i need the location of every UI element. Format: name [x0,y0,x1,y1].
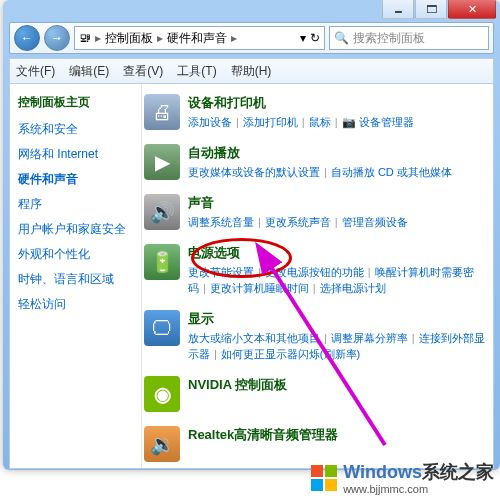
category-nvidia: ◉NVIDIA 控制面板 [144,376,485,412]
link-separator: | [324,332,327,344]
printer-icon: 🖨 [144,94,180,130]
category-title[interactable]: 显示 [188,310,485,328]
breadcrumb-sep: ▸ [157,31,163,45]
category-title[interactable]: 声音 [188,194,485,212]
task-link[interactable]: 📷 设备管理器 [342,116,414,128]
category-power: 🔋电源选项更改节能设置|更改电源按钮的功能|唤醒计算机时需要密码|更改计算机睡眠… [144,244,485,296]
category-body: 电源选项更改节能设置|更改电源按钮的功能|唤醒计算机时需要密码|更改计算机睡眠时… [188,244,485,296]
category-sound: 🔊声音调整系统音量|更改系统声音|管理音频设备 [144,194,485,230]
link-separator: | [335,116,338,128]
category-body: 显示放大或缩小文本和其他项目|调整屏幕分辨率|连接到外部显示器|如何更正显示器闪… [188,310,485,362]
breadcrumb-sep: ▸ [231,31,237,45]
category-links: 更改媒体或设备的默认设置|自动播放 CD 或其他媒体 [188,164,485,180]
task-link[interactable]: 更改节能设置 [188,266,254,278]
address-bar[interactable]: 🖳 ▸ 控制面板 ▸ 硬件和声音 ▸ ▾ ↻ [74,26,325,50]
breadcrumb-hardware-sound[interactable]: 硬件和声音 [167,30,227,47]
link-separator: | [412,332,415,344]
content-area: 控制面板主页 系统和安全网络和 Internet硬件和声音程序用户帐户和家庭安全… [9,84,494,469]
category-body: 设备和打印机添加设备|添加打印机|鼠标|📷 设备管理器 [188,94,485,130]
link-separator: | [214,348,217,360]
nvidia-icon: ◉ [144,376,180,412]
category-title[interactable]: NVIDIA 控制面板 [188,376,485,394]
search-box[interactable]: 🔍 搜索控制面板 [329,26,489,50]
link-separator: | [258,216,261,228]
watermark: Windows系统之家 www.bjjmmc.com [311,460,494,495]
task-link[interactable]: 添加打印机 [243,116,298,128]
sidebar: 控制面板主页 系统和安全网络和 Internet硬件和声音程序用户帐户和家庭安全… [10,84,142,468]
task-link[interactable]: 鼠标 [309,116,331,128]
address-dropdown-icon[interactable]: ▾ [300,31,306,45]
category-links: 更改节能设置|更改电源按钮的功能|唤醒计算机时需要密码|更改计算机睡眠时间|选择… [188,264,485,296]
task-link[interactable]: 添加设备 [188,116,232,128]
task-link[interactable]: 管理音频设备 [342,216,408,228]
realtek-icon: 🔉 [144,426,180,462]
link-separator: | [302,116,305,128]
category-display: 🖵显示放大或缩小文本和其他项目|调整屏幕分辨率|连接到外部显示器|如何更正显示器… [144,310,485,362]
titlebar: 🗕 🗖 ✕ [3,0,500,22]
breadcrumb-sep: ▸ [95,31,101,45]
computer-icon: 🖳 [79,31,91,45]
sidebar-item[interactable]: 程序 [18,196,133,213]
sidebar-item[interactable]: 网络和 Internet [18,146,133,163]
main-panel: 🖨设备和打印机添加设备|添加打印机|鼠标|📷 设备管理器▶自动播放更改媒体或设备… [142,84,493,468]
task-link[interactable]: 调整系统音量 [188,216,254,228]
close-button[interactable]: ✕ [448,0,496,19]
sidebar-item[interactable]: 系统和安全 [18,121,133,138]
menu-tools[interactable]: 工具(T) [177,63,216,80]
task-link[interactable]: 如何更正显示器闪烁(刷新率) [221,348,360,360]
category-printer: 🖨设备和打印机添加设备|添加打印机|鼠标|📷 设备管理器 [144,94,485,130]
category-body: 声音调整系统音量|更改系统声音|管理音频设备 [188,194,485,230]
menu-file[interactable]: 文件(F) [16,63,55,80]
menu-edit[interactable]: 编辑(E) [69,63,109,80]
sidebar-heading[interactable]: 控制面板主页 [18,94,133,111]
task-link[interactable]: 自动播放 CD 或其他媒体 [331,166,452,178]
link-separator: | [313,282,316,294]
category-realtek: 🔉Realtek高清晰音频管理器 [144,426,485,462]
watermark-text: Windows系统之家 www.bjjmmc.com [343,460,494,495]
task-link[interactable]: 更改电源按钮的功能 [265,266,364,278]
sidebar-item[interactable]: 时钟、语言和区域 [18,271,133,288]
category-title[interactable]: 电源选项 [188,244,485,262]
maximize-button[interactable]: 🗖 [415,0,447,19]
link-separator: | [203,282,206,294]
control-panel-window: 🗕 🗖 ✕ ← → 🖳 ▸ 控制面板 ▸ 硬件和声音 ▸ ▾ ↻ 🔍 搜索控制面… [3,0,500,470]
navigation-bar: ← → 🖳 ▸ 控制面板 ▸ 硬件和声音 ▸ ▾ ↻ 🔍 搜索控制面板 [9,22,494,54]
sidebar-item[interactable]: 外观和个性化 [18,246,133,263]
sidebar-item[interactable]: 轻松访问 [18,296,133,313]
link-separator: | [324,166,327,178]
category-title[interactable]: 自动播放 [188,144,485,162]
refresh-icon[interactable]: ↻ [310,31,320,45]
task-link[interactable]: 放大或缩小文本和其他项目 [188,332,320,344]
search-icon: 🔍 [334,31,349,45]
task-link[interactable]: 更改系统声音 [265,216,331,228]
category-links: 调整系统音量|更改系统声音|管理音频设备 [188,214,485,230]
task-link[interactable]: 选择电源计划 [320,282,386,294]
forward-button[interactable]: → [44,25,70,51]
category-links: 放大或缩小文本和其他项目|调整屏幕分辨率|连接到外部显示器|如何更正显示器闪烁(… [188,330,485,362]
breadcrumb-control-panel[interactable]: 控制面板 [105,30,153,47]
link-separator: | [368,266,371,278]
autoplay-icon: ▶ [144,144,180,180]
link-separator: | [258,266,261,278]
task-link[interactable]: 调整屏幕分辨率 [331,332,408,344]
menu-help[interactable]: 帮助(H) [231,63,272,80]
link-separator: | [335,216,338,228]
sidebar-item[interactable]: 用户帐户和家庭安全 [18,221,133,238]
sidebar-item[interactable]: 硬件和声音 [18,171,133,188]
windows-logo-icon [311,465,337,491]
category-body: 自动播放更改媒体或设备的默认设置|自动播放 CD 或其他媒体 [188,144,485,180]
sound-icon: 🔊 [144,194,180,230]
category-body: Realtek高清晰音频管理器 [188,426,485,462]
menu-bar: 文件(F) 编辑(E) 查看(V) 工具(T) 帮助(H) [9,58,494,84]
link-separator: | [236,116,239,128]
menu-view[interactable]: 查看(V) [123,63,163,80]
power-icon: 🔋 [144,244,180,280]
display-icon: 🖵 [144,310,180,346]
category-title[interactable]: Realtek高清晰音频管理器 [188,426,485,444]
minimize-button[interactable]: 🗕 [382,0,414,19]
task-link[interactable]: 更改计算机睡眠时间 [210,282,309,294]
task-link[interactable]: 更改媒体或设备的默认设置 [188,166,320,178]
back-button[interactable]: ← [14,25,40,51]
category-title[interactable]: 设备和打印机 [188,94,485,112]
category-links: 添加设备|添加打印机|鼠标|📷 设备管理器 [188,114,485,130]
